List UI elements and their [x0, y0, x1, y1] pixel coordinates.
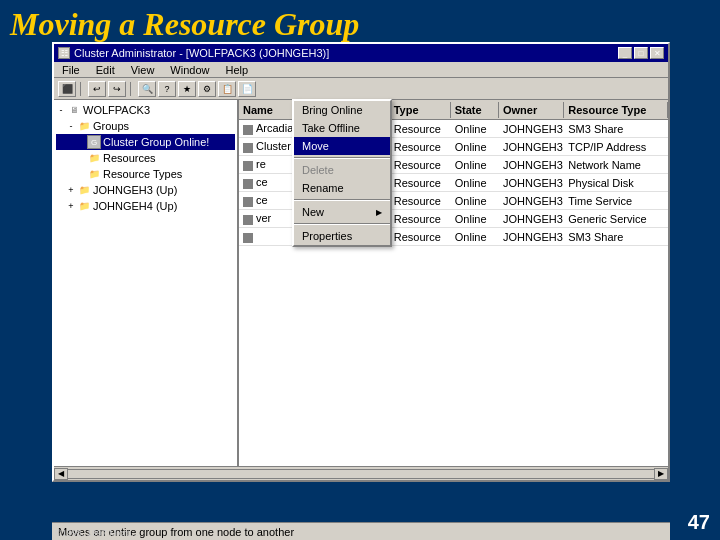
main-window: ☷ Cluster Administrator - [WOLFPACK3 (JO…: [52, 42, 670, 482]
context-menu: Bring Online Take Offline Move Delete Re…: [292, 99, 392, 247]
tree-item-resources[interactable]: 📁 Resources: [56, 150, 235, 166]
tree-panel: - 🖥 WOLFPACK3 - 📁 Groups G Cluster Group…: [54, 100, 239, 478]
toolbar-btn-2[interactable]: ↩: [88, 81, 106, 97]
menu-bar: File Edit View Window Help: [54, 62, 668, 78]
tree-item-wolfpack[interactable]: - 🖥 WOLFPACK3: [56, 102, 235, 118]
toolbar-btn-4[interactable]: 🔍: [138, 81, 156, 97]
menu-edit[interactable]: Edit: [92, 64, 119, 76]
copyright: ©1998, 1997 Micro...: [55, 528, 139, 538]
col-header-owner: Owner: [499, 102, 564, 118]
toolbar-btn-5[interactable]: ?: [158, 81, 176, 97]
scroll-left-btn[interactable]: ◀: [54, 468, 68, 480]
page-number: 47: [688, 511, 710, 534]
toolbar-btn-7[interactable]: ⚙: [198, 81, 216, 97]
status-bar: Moves an entire group from one node to a…: [52, 522, 670, 540]
ctx-bring-online[interactable]: Bring Online: [294, 101, 390, 119]
minimize-button[interactable]: _: [618, 47, 632, 59]
folder-icon-2: 📁: [87, 151, 101, 165]
toolbar: ⬛ ↩ ↪ 🔍 ? ★ ⚙ 📋 📄: [54, 78, 668, 100]
col-header-type: Type: [390, 102, 451, 118]
title-bar: ☷ Cluster Administrator - [WOLFPACK3 (JO…: [54, 44, 668, 62]
close-button[interactable]: ✕: [650, 47, 664, 59]
page-title: Moving a Resource Group: [0, 0, 720, 47]
tree-item-cluster-group[interactable]: G Cluster Group Online!: [56, 134, 235, 150]
toolbar-btn-6[interactable]: ★: [178, 81, 196, 97]
col-header-state: State: [451, 102, 499, 118]
toolbar-btn-8[interactable]: 📋: [218, 81, 236, 97]
folder-icon-4: 📁: [77, 183, 91, 197]
toolbar-btn-3[interactable]: ↪: [108, 81, 126, 97]
ctx-move[interactable]: Move: [294, 137, 390, 155]
menu-view[interactable]: View: [127, 64, 159, 76]
menu-help[interactable]: Help: [221, 64, 252, 76]
folder-icon: 📁: [77, 119, 91, 133]
computer-icon: 🖥: [67, 103, 81, 117]
menu-file[interactable]: File: [58, 64, 84, 76]
tree-item-groups[interactable]: - 📁 Groups: [56, 118, 235, 134]
tree-item-resource-types[interactable]: 📁 Resource Types: [56, 166, 235, 182]
scroll-track[interactable]: [68, 469, 654, 479]
scrollbar-horizontal[interactable]: ◀ ▶: [54, 466, 668, 480]
ctx-delete[interactable]: Delete: [294, 161, 390, 179]
maximize-button[interactable]: □: [634, 47, 648, 59]
scroll-right-btn[interactable]: ▶: [654, 468, 668, 480]
folder-icon-5: 📁: [77, 199, 91, 213]
ctx-rename[interactable]: Rename: [294, 179, 390, 197]
col-header-restype: Resource Type: [564, 102, 668, 118]
tree-item-johngeh4[interactable]: + 📁 JOHNGEH4 (Up): [56, 198, 235, 214]
cluster-icon: G: [87, 135, 101, 149]
submenu-arrow: ▶: [376, 208, 382, 217]
tree-item-johngeh3[interactable]: + 📁 JOHNGEH3 (Up): [56, 182, 235, 198]
folder-icon-3: 📁: [87, 167, 101, 181]
ctx-new[interactable]: New ▶: [294, 203, 390, 221]
toolbar-btn-1[interactable]: ⬛: [58, 81, 76, 97]
menu-window[interactable]: Window: [166, 64, 213, 76]
toolbar-btn-9[interactable]: 📄: [238, 81, 256, 97]
window-icon: ☷: [58, 47, 70, 59]
ctx-properties[interactable]: Properties: [294, 227, 390, 245]
window-title: Cluster Administrator - [WOLFPACK3 (JOHN…: [74, 47, 329, 59]
ctx-take-offline[interactable]: Take Offline: [294, 119, 390, 137]
